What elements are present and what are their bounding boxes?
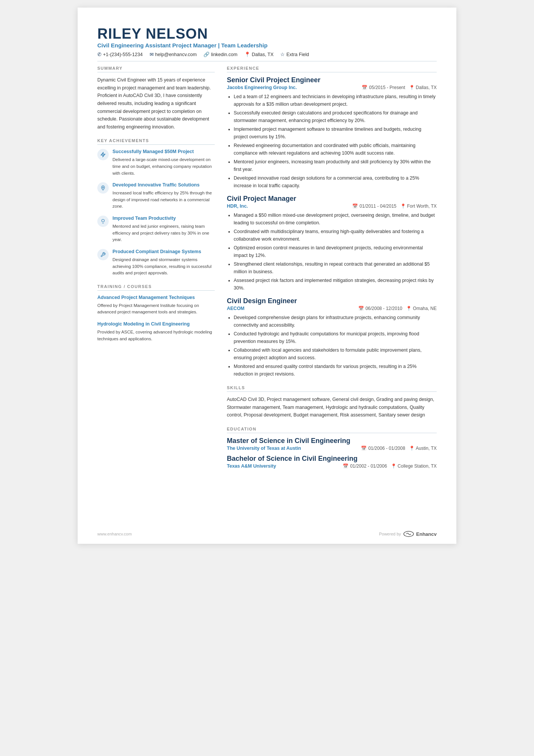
job-title-2: Civil Design Engineer [227,297,437,305]
bullet-1-2: Optimized erosion control measures in la… [234,244,437,259]
achievement-icon-bolt [97,149,109,160]
achievement-item-3: Produced Compliant Drainage Systems Desi… [97,249,215,277]
phone-number: +1-(234)-555-1234 [103,52,143,57]
achievement-item-2: Improved Team Productivity Mentored and … [97,215,215,243]
bullet-1-1: Coordinated with multidisciplinary teams… [234,228,437,243]
edu-title-0: Master of Science in Civil Engineering [227,437,437,445]
edu-dates-0: 📅 01/2006 - 01/2008 [361,446,405,451]
pin-icon-edu-1: 📍 [391,463,397,469]
calendar-icon-edu-0: 📅 [361,446,367,451]
bullet-2-2: Collaborated with local agencies and sta… [234,346,437,362]
achievement-content-3: Produced Compliant Drainage Systems Desi… [112,249,215,277]
lightbulb-icon [100,219,106,224]
phone-icon: ✆ [97,52,101,57]
achievement-title-0: Successfully Managed $50M Project [112,149,215,155]
bullet-2-0: Developed comprehensive design plans for… [234,314,437,329]
right-column: EXPERIENCE Senior Civil Project Engineer… [227,66,437,473]
svg-point-1 [102,187,104,188]
achievement-desc-1: Increased local traffic efficiency by 25… [112,190,215,210]
bullet-2-1: Conducted hydrologic and hydraulic compu… [234,330,437,345]
job-company-2: AECOM [227,306,245,311]
achievement-icon-tool [97,249,109,260]
bullet-0-0: Led a team of 12 engineers and technicia… [234,93,437,108]
job-location-1: 📍 Fort Worth, TX [400,203,437,209]
contact-location: 📍 Dallas, TX [244,52,273,57]
location-icon: 📍 [244,52,250,57]
job-dates-0: 📅 05/2015 - Present [362,85,405,90]
achievement-item-1: Developed Innovative Traffic Solutions I… [97,182,215,210]
star-icon: ☆ [280,52,285,57]
job-title-0: Senior Civil Project Engineer [227,76,437,84]
job-meta-0: Jacobs Engineering Group Inc. 📅 05/2015 … [227,85,437,90]
linkedin-url: linkedin.com [211,52,237,57]
location-text: Dallas, TX [252,52,273,57]
job-location-0: 📍 Dallas, TX [409,85,437,90]
training-item-1: Hydrologic Modeling in Civil Engineering… [97,321,215,342]
edu-location-1: 📍 College Station, TX [391,463,437,469]
job-title-1: Civil Project Manager [227,195,437,203]
training-title-1: Hydrologic Modeling in Civil Engineering [97,321,215,328]
summary-text: Dynamic Civil Engineer with 15 years of … [97,76,215,131]
job-2: Civil Design Engineer AECOM 📅 06/2008 - … [227,297,437,378]
achievement-title-3: Produced Compliant Drainage Systems [112,249,215,255]
link-icon: 🔗 [203,52,209,57]
training-list: Advanced Project Management Techniques O… [97,294,215,342]
header: RILEY NELSON Civil Engineering Assistant… [97,26,437,61]
achievement-content-1: Developed Innovative Traffic Solutions I… [112,182,215,210]
achievement-content-0: Successfully Managed $50M Project Delive… [112,149,215,177]
bullet-2-3: Monitored and ensured quality control st… [234,363,437,378]
training-item-0: Advanced Project Management Techniques O… [97,294,215,316]
bolt-icon [100,152,106,157]
footer-powered: Powered by Enhancv [379,531,437,537]
job-dates-2: 📅 06/2008 - 12/2010 [358,306,402,311]
pin-icon-edu-0: 📍 [409,446,415,451]
footer: www.enhancv.com Powered by Enhancv [97,531,437,537]
bullet-1-3: Strengthened client relationships, resul… [234,260,437,275]
extra-field: Extra Field [286,52,309,57]
achievement-desc-2: Mentored and led junior engineers, raisi… [112,223,215,243]
achievements-list: Successfully Managed $50M Project Delive… [97,149,215,277]
job-meta-2: AECOM 📅 06/2008 - 12/2010 📍 Omaha, NE [227,306,437,311]
bullet-1-4: Assessed project risk factors and implem… [234,277,437,292]
footer-url: www.enhancv.com [97,532,132,536]
pin-icon-0: 📍 [409,85,415,90]
contact-linkedin: 🔗 linkedin.com [203,52,237,57]
bullet-0-2: Implemented project management software … [234,125,437,141]
bullet-0-1: Successfully executed design calculation… [234,109,437,124]
map-pin-icon [100,185,106,191]
job-bullets-1: Managed a $50 million mixed-use developm… [227,211,437,292]
enhancv-logo-icon [403,531,414,537]
bullet-0-3: Reviewed engineering documentation and c… [234,142,437,157]
achievement-title-2: Improved Team Productivity [112,215,215,222]
job-bullets-0: Led a team of 12 engineers and technicia… [227,93,437,189]
pin-icon-1: 📍 [400,203,406,209]
bullet-0-4: Mentored junior engineers, increasing te… [234,158,437,173]
achievement-title-1: Developed Innovative Traffic Solutions [112,182,215,189]
contact-bar: ✆ +1-(234)-555-1234 ✉ help@enhancv.com 🔗… [97,52,437,61]
edu-meta-0: The University of Texas at Austin 📅 01/2… [227,446,437,451]
training-desc-1: Provided by ASCE, covering advanced hydr… [97,329,215,343]
achievement-icon-pin [97,182,109,194]
job-location-2: 📍 Omaha, NE [406,306,437,311]
job-meta-1: HDR, Inc. 📅 01/2011 - 04/2015 📍 Fort Wor… [227,203,437,209]
achievement-desc-3: Designed drainage and stormwater systems… [112,257,215,277]
edu-meta-1: Texas A&M University 📅 01/2002 - 01/2006… [227,463,437,469]
achievement-content-2: Improved Team Productivity Mentored and … [112,215,215,243]
enhancv-brand: Enhancv [416,531,437,537]
bullet-0-5: Developed innovative road design solutio… [234,174,437,189]
summary-section-title: SUMMARY [97,66,215,72]
calendar-icon-2: 📅 [358,306,364,311]
edu-dates-1: 📅 01/2002 - 01/2006 [343,463,387,469]
wrench-icon [100,252,106,257]
resume-page: RILEY NELSON Civil Engineering Assistant… [78,8,456,544]
training-desc-0: Offered by Project Management Institute … [97,302,215,316]
achievement-item-0: Successfully Managed $50M Project Delive… [97,149,215,177]
training-section-title: TRAINING / COURSES [97,284,215,291]
skills-section-title: SKILLS [227,385,437,392]
job-0: Senior Civil Project Engineer Jacobs Eng… [227,76,437,189]
achievements-section-title: KEY ACHIEVEMENTS [97,138,215,145]
degree-1: Bachelor of Science in Civil Engineering… [227,455,437,469]
email-icon: ✉ [150,52,154,57]
job-company-1: HDR, Inc. [227,203,248,209]
achievement-desc-0: Delivered a large-scale mixed-use develo… [112,157,215,177]
